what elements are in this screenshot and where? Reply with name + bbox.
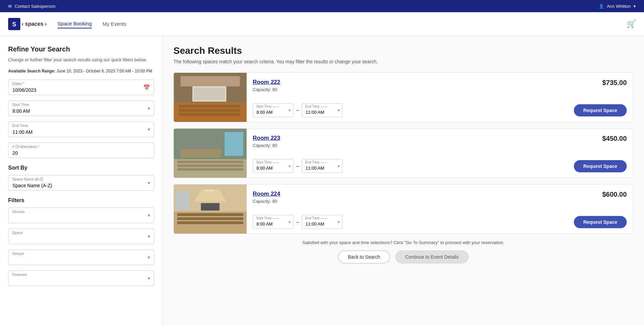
svg-rect-28: [177, 213, 243, 216]
cart-icon[interactable]: 🛒: [627, 20, 636, 28]
room-224-header: Room 224 Capacity: 80 $600.00: [253, 191, 627, 204]
room-224-image: [174, 185, 247, 234]
logo-icon: S: [8, 18, 20, 30]
features-select[interactable]: [8, 270, 154, 286]
room-222-start-select[interactable]: 8:00 AM8:30 AM9:00 AM9:30 AM: [253, 103, 293, 117]
room-223-time-group: Start Time —— 8:00 AM8:30 AM9:00 AM ▾ – …: [253, 159, 342, 173]
room-222-time-group: Start Time —— 8:00 AM8:30 AM9:00 AM9:30 …: [253, 103, 342, 117]
room-223-capacity: Capacity: 80: [253, 143, 280, 148]
bottom-actions: Back to Search Continue to Event Details: [173, 251, 633, 263]
room-223-info: Room 223 Capacity: 80 $450.00 Start Time…: [247, 129, 633, 178]
room-222-start-time-wrap: Start Time —— 8:00 AM8:30 AM9:00 AM9:30 …: [253, 103, 293, 117]
svg-rect-17: [225, 132, 243, 156]
end-time-field: End Time 11:00 AM 11:30 AM 12:00 PM: [8, 122, 154, 137]
attendees-input[interactable]: [8, 143, 154, 158]
logo-text: ‹ spaces ›: [22, 21, 47, 27]
venues-select[interactable]: [8, 208, 154, 223]
room-222-actions: Start Time —— 8:00 AM8:30 AM9:00 AM9:30 …: [253, 103, 627, 117]
nav-links: Space Booking My Events: [58, 19, 616, 28]
room-224-end-select[interactable]: 11:00 AM11:30 AM12:00 PM: [302, 215, 342, 229]
room-224-price: $600.00: [602, 191, 627, 198]
svg-rect-18: [181, 149, 221, 157]
sidebar-title: Refine Your Search: [8, 45, 154, 53]
svg-rect-4: [181, 76, 240, 86]
room-224-start-select[interactable]: 8:00 AM8:30 AM9:00 AM: [253, 215, 293, 229]
top-bar-left: ✉ Contact Salesperson: [8, 4, 56, 9]
room-card-222: Room 222 Capacity: 90 $735.00 Start Time…: [173, 72, 633, 122]
start-time-field: Start Time 8:00 AM 8:30 AM 9:00 AM: [8, 101, 154, 116]
room-224-time-group: Start Time —— 8:00 AM8:30 AM9:00 AM ▾ – …: [253, 215, 342, 229]
nav-link-my-events[interactable]: My Events: [103, 20, 126, 28]
filters-title: Filters: [8, 197, 154, 203]
room-222-header: Room 222 Capacity: 90 $735.00: [253, 79, 627, 92]
sort-by-select[interactable]: Space Name (A-Z) Space Name (Z-A) Price …: [8, 175, 154, 191]
room-224-request-btn[interactable]: Request Space: [574, 216, 627, 228]
room-224-dash: –: [296, 219, 299, 225]
back-to-search-button[interactable]: Back to Search: [338, 251, 390, 263]
room-223-name[interactable]: Room 223: [253, 135, 280, 142]
svg-text:S: S: [12, 21, 16, 28]
room-224-capacity: Capacity: 80: [253, 199, 280, 204]
dates-field: Dates * 📅: [8, 80, 154, 95]
sort-by-title: Sort By: [8, 165, 154, 171]
page-title: Search Results: [173, 45, 633, 56]
room-223-start-select[interactable]: 8:00 AM8:30 AM9:00 AM: [253, 159, 293, 173]
room-222-dash: –: [296, 107, 299, 113]
calendar-icon: 📅: [143, 84, 150, 90]
search-range: Available Search Range: June 10, 2023 - …: [8, 69, 154, 73]
svg-rect-25: [204, 190, 214, 191]
svg-rect-31: [174, 225, 247, 234]
room-224-actions: Start Time —— 8:00 AM8:30 AM9:00 AM ▾ – …: [253, 215, 627, 229]
user-name-label[interactable]: Ann Whitton: [607, 4, 631, 9]
svg-rect-14: [177, 161, 243, 163]
room-224-name[interactable]: Room 224: [253, 191, 280, 197]
room-223-image: [174, 129, 247, 178]
end-time-select[interactable]: 11:00 AM 11:30 AM 12:00 PM: [8, 122, 154, 137]
svg-rect-27: [201, 203, 220, 211]
room-222-end-time-wrap: End Time —— 11:00 AM11:30 AM12:00 PM ▾: [302, 103, 342, 117]
bottom-text: Satisfied with your space and time selec…: [173, 240, 633, 245]
room-222-info: Room 222 Capacity: 90 $735.00 Start Time…: [247, 73, 633, 122]
sidebar-subtitle: Change or further filter your search res…: [8, 57, 154, 63]
venues-field: Venues: [8, 208, 154, 223]
nav-link-space-booking[interactable]: Space Booking: [58, 19, 92, 28]
top-bar: ✉ Contact Salesperson 👤 Ann Whitton ▾: [0, 0, 644, 12]
start-time-select[interactable]: 8:00 AM 8:30 AM 9:00 AM: [8, 101, 154, 116]
top-bar-right: 👤 Ann Whitton ▾: [599, 4, 636, 9]
svg-rect-29: [177, 217, 243, 220]
contact-salesperson-label[interactable]: Contact Salesperson: [15, 4, 56, 9]
svg-rect-15: [177, 165, 243, 167]
user-dropdown-icon[interactable]: ▾: [633, 4, 636, 9]
svg-rect-19: [184, 146, 189, 149]
room-223-request-btn[interactable]: Request Space: [574, 160, 627, 172]
svg-rect-9: [193, 87, 225, 101]
dates-input[interactable]: [8, 80, 154, 95]
room-222-image: [174, 73, 247, 122]
room-222-name[interactable]: Room 222: [253, 79, 280, 86]
mail-icon: ✉: [8, 4, 12, 9]
svg-rect-20: [192, 146, 198, 149]
logo[interactable]: S ‹ spaces ›: [8, 18, 47, 30]
page-subtitle: The following spaces match your search c…: [173, 59, 633, 64]
setups-select[interactable]: [8, 250, 154, 265]
room-222-price: $735.00: [602, 79, 627, 87]
room-222-end-select[interactable]: 11:00 AM11:30 AM12:00 PM: [302, 103, 342, 117]
setups-field: Setups: [8, 250, 154, 265]
space-select[interactable]: [8, 229, 154, 244]
room-223-end-select[interactable]: 11:00 AM11:30 AM12:00 PM: [302, 159, 342, 173]
sort-by-field: Space Name (A-Z) Space Name (A-Z) Space …: [8, 175, 154, 191]
continue-to-event-details-button[interactable]: Continue to Event Details: [395, 251, 469, 263]
room-222-capacity: Capacity: 90: [253, 87, 280, 92]
search-range-label: Available Search Range:: [8, 69, 56, 73]
room-223-start-time-wrap: Start Time —— 8:00 AM8:30 AM9:00 AM ▾: [253, 159, 293, 173]
room-223-price: $450.00: [602, 135, 627, 143]
search-range-value: June 10, 2023 - October 6, 2023 7:00 AM …: [57, 69, 152, 73]
room-222-request-btn[interactable]: Request Space: [574, 104, 627, 116]
user-icon: 👤: [599, 4, 604, 9]
room-223-header: Room 223 Capacity: 80 $450.00: [253, 135, 627, 148]
nav-bar: S ‹ spaces › Space Booking My Events 🛒: [0, 12, 644, 36]
room-223-end-time-wrap: End Time —— 11:00 AM11:30 AM12:00 PM ▾: [302, 159, 342, 173]
room-224-info: Room 224 Capacity: 80 $600.00 Start Time…: [247, 185, 633, 234]
room-224-start-time-wrap: Start Time —— 8:00 AM8:30 AM9:00 AM ▾: [253, 215, 293, 229]
room-223-dash: –: [296, 163, 299, 169]
